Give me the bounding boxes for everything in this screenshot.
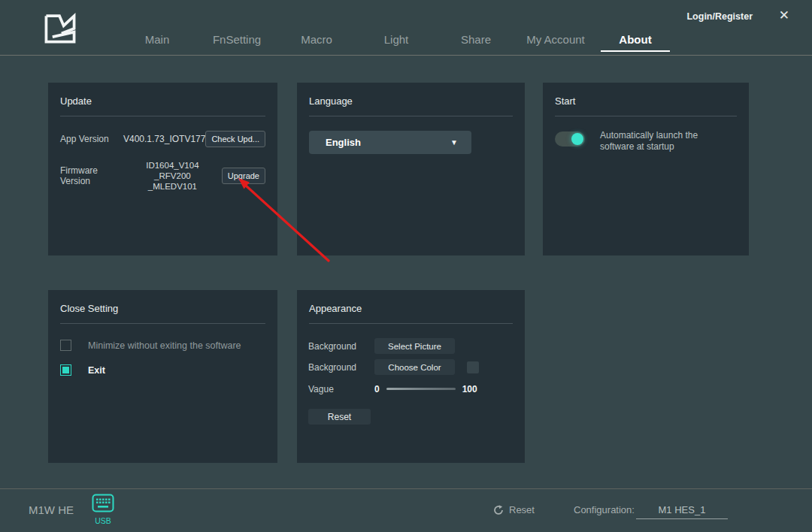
toggle-knob bbox=[571, 133, 583, 145]
divider bbox=[309, 323, 513, 324]
language-select[interactable]: English ▼ bbox=[309, 131, 471, 154]
close-setting-card: Close Setting Minimize without exiting t… bbox=[48, 290, 277, 463]
usb-label: USB bbox=[90, 516, 116, 525]
divider bbox=[60, 323, 265, 324]
chevron-down-icon: ▼ bbox=[450, 138, 458, 147]
tab-share-label: Share bbox=[461, 33, 491, 46]
keyboard-icon bbox=[92, 494, 114, 512]
tab-fnsetting-label: FnSetting bbox=[213, 33, 261, 46]
slider-min-label: 0 bbox=[374, 384, 380, 394]
device-name: M1W HE bbox=[29, 503, 74, 516]
tab-about[interactable]: About bbox=[595, 0, 675, 56]
reset-label: Reset bbox=[509, 504, 535, 515]
app-window: Main FnSetting Macro Light Share My Acco… bbox=[0, 0, 812, 532]
tab-my-account-label: My Account bbox=[526, 33, 585, 46]
app-version-label: App Version bbox=[60, 134, 123, 144]
firmware-line-3: _MLEDV101 bbox=[148, 182, 197, 191]
active-tab-underline bbox=[601, 50, 670, 52]
firmware-line-2: _RFV200 bbox=[154, 171, 191, 180]
reset-configuration-button[interactable]: Reset bbox=[493, 504, 535, 515]
tab-fnsetting[interactable]: FnSetting bbox=[197, 0, 277, 56]
status-bar: M1W HE USB bbox=[0, 488, 812, 532]
tab-main[interactable]: Main bbox=[117, 0, 197, 56]
exit-option-row: Exit bbox=[60, 364, 265, 376]
firmware-line-1: ID1604_V104 bbox=[146, 161, 198, 170]
exit-checkbox-label: Exit bbox=[88, 365, 105, 376]
language-card-title: Language bbox=[297, 83, 525, 107]
main-nav: Main FnSetting Macro Light Share My Acco… bbox=[117, 0, 675, 56]
top-bar: Main FnSetting Macro Light Share My Acco… bbox=[0, 0, 812, 56]
firmware-version-value: ID1604_V104 _RFV200 _MLEDV101 bbox=[123, 160, 222, 192]
usb-connection-indicator[interactable]: USB bbox=[90, 494, 116, 525]
refresh-icon bbox=[493, 505, 504, 515]
background-picture-label: Background bbox=[308, 341, 374, 352]
tab-main-label: Main bbox=[145, 33, 170, 46]
start-card-title: Start bbox=[543, 83, 749, 107]
tab-my-account[interactable]: My Account bbox=[516, 0, 595, 56]
minimize-option-row: Minimize without exiting the software bbox=[60, 340, 265, 351]
exit-checkbox[interactable] bbox=[60, 364, 71, 376]
firmware-version-label: Firmware Version bbox=[60, 165, 123, 186]
slider-max-label: 100 bbox=[462, 384, 477, 394]
start-card: Start Automatically launch the software … bbox=[543, 83, 749, 255]
configuration-label: Configuration: bbox=[574, 504, 635, 515]
tab-light[interactable]: Light bbox=[356, 0, 436, 56]
autostart-label: Automatically launch the software at sta… bbox=[600, 130, 720, 153]
minimize-checkbox-label: Minimize without exiting the software bbox=[88, 340, 241, 351]
vague-slider[interactable] bbox=[386, 388, 456, 390]
check-update-button[interactable]: Check Upd... bbox=[205, 131, 265, 147]
tab-about-label: About bbox=[619, 33, 651, 46]
minimize-checkbox[interactable] bbox=[60, 340, 71, 351]
choose-color-button[interactable]: Choose Color bbox=[374, 359, 455, 375]
divider bbox=[60, 116, 265, 116]
configuration-name-field[interactable]: M1 HES_1 bbox=[636, 504, 728, 519]
appearance-reset-button[interactable]: Reset bbox=[308, 409, 371, 425]
language-card: Language English ▼ bbox=[297, 83, 525, 255]
select-picture-button[interactable]: Select Picture bbox=[374, 338, 455, 354]
language-selected-value: English bbox=[326, 137, 361, 148]
autostart-toggle[interactable] bbox=[555, 131, 585, 147]
update-card: Update App Version V400.1.73_IOTV177 Che… bbox=[48, 83, 277, 255]
update-card-title: Update bbox=[48, 83, 277, 107]
login-register-link[interactable]: Login/Register bbox=[686, 11, 753, 22]
divider bbox=[555, 116, 737, 116]
color-swatch[interactable] bbox=[467, 361, 479, 373]
tab-share[interactable]: Share bbox=[436, 0, 516, 56]
brand-logo-icon bbox=[41, 8, 80, 48]
close-setting-card-title: Close Setting bbox=[48, 290, 277, 314]
tab-macro-label: Macro bbox=[301, 33, 332, 46]
background-color-label: Background bbox=[308, 362, 374, 373]
configuration-section: Configuration: M1 HES_1 bbox=[574, 504, 728, 519]
tab-light-label: Light bbox=[384, 33, 409, 46]
upgrade-button[interactable]: Upgrade bbox=[222, 168, 265, 184]
appearance-card-title: Appearance bbox=[297, 290, 525, 314]
divider bbox=[309, 116, 513, 116]
app-version-value: V400.1.73_IOTV177 bbox=[123, 134, 205, 144]
appearance-card: Appearance Background Select Picture Bac… bbox=[297, 290, 525, 463]
close-icon[interactable]: ✕ bbox=[779, 8, 789, 23]
vague-label: Vague bbox=[308, 384, 374, 394]
tab-macro[interactable]: Macro bbox=[277, 0, 356, 56]
